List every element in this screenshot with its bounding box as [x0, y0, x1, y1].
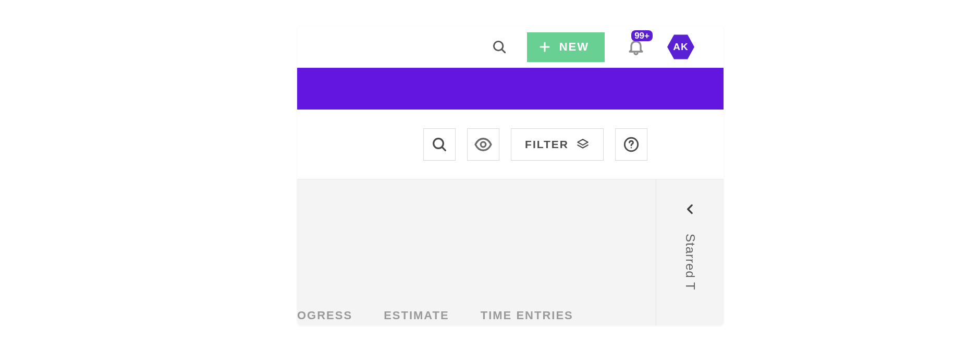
new-button[interactable]: NEW [527, 32, 605, 62]
topbar: NEW 99+ AK [297, 26, 724, 68]
side-panel-collapse-button[interactable] [683, 202, 697, 216]
list-search-button[interactable] [423, 128, 456, 161]
watch-toggle-button[interactable] [467, 128, 499, 161]
eye-icon [474, 135, 493, 154]
side-panel-label: Starred T [683, 234, 697, 291]
column-headers-row: OGRESS ESTIMATE TIME ENTRIES [297, 309, 573, 322]
filter-button-label: FILTER [525, 138, 569, 151]
svg-line-5 [442, 147, 445, 150]
svg-marker-7 [578, 139, 588, 145]
column-header-estimate: ESTIMATE [384, 309, 449, 322]
header-accent-band [297, 68, 724, 110]
search-icon [492, 39, 507, 55]
svg-point-6 [481, 142, 486, 147]
main-area: OGRESS ESTIMATE TIME ENTRIES Starred T [297, 179, 724, 325]
avatar-initials: AK [673, 41, 688, 53]
svg-point-9 [631, 147, 632, 148]
app-window: NEW 99+ AK [297, 26, 724, 325]
chevron-left-icon [683, 202, 697, 216]
search-icon [431, 136, 448, 153]
new-button-label: NEW [559, 40, 589, 54]
layers-icon [576, 138, 590, 151]
view-toolbar: FILTER [297, 110, 724, 179]
help-button[interactable] [615, 128, 647, 161]
user-avatar[interactable]: AK [667, 33, 694, 61]
svg-line-1 [501, 50, 505, 53]
avatar-hexagon: AK [667, 33, 694, 61]
notification-badge: 99+ [631, 30, 653, 41]
content-area: OGRESS ESTIMATE TIME ENTRIES [297, 179, 656, 325]
global-search-button[interactable] [492, 39, 507, 55]
filter-button[interactable]: FILTER [511, 128, 604, 161]
side-panel: Starred T [656, 179, 724, 325]
plus-icon [538, 41, 551, 53]
notifications-button[interactable]: 99+ [624, 35, 647, 58]
column-header-time-entries: TIME ENTRIES [481, 309, 573, 322]
column-header-progress: OGRESS [297, 309, 352, 322]
help-icon [623, 136, 640, 153]
